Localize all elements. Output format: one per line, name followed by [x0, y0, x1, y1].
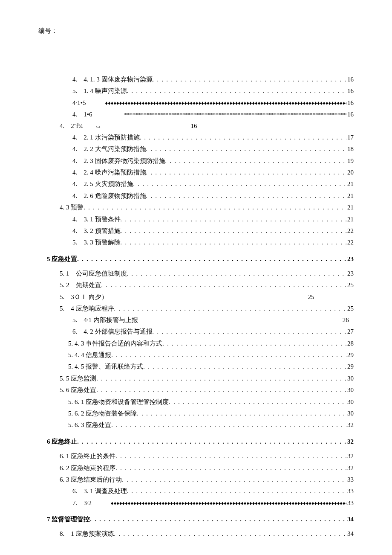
toc-entry: 4. 2. 2 大气污染预防措施18	[38, 144, 354, 154]
toc-page-number: 34	[346, 529, 354, 539]
toc-entry: 5. 4. 5 报警、通讯联络方式 29	[38, 361, 354, 372]
toc-entry: 4. 4. 1. 3 固体废弃物污染源 16	[38, 74, 354, 84]
toc-entry-label: 8. 1 应急预案演练	[60, 529, 114, 539]
toc-page-number: 16	[346, 109, 354, 119]
toc-entry: 4. 2. 3 固体废弃物污染预防措施19	[38, 156, 354, 166]
toc-page-number: 18	[346, 144, 354, 154]
toc-entry-label: 5. 4. 5 报警、通讯联络方式	[68, 361, 143, 372]
toc-entry-label: 5. 4 应急响应程序	[60, 303, 114, 314]
toc-leader	[146, 145, 347, 154]
toc-entry: 7. 3·2 33	[38, 498, 354, 508]
toc-page-number: 33	[346, 474, 354, 485]
toc-entry-label: 7 监督管理管控	[47, 514, 90, 524]
toc-entry: 4. 2. 6 危险废物预防措施21	[38, 191, 354, 201]
toc-entry: 7 监督管理管控34	[38, 514, 354, 524]
toc-leader	[137, 409, 346, 418]
toc-leader	[101, 281, 347, 290]
toc-page-number: 32	[346, 451, 354, 461]
toc-page-number: 16	[191, 121, 197, 131]
toc-entry: 5. 5 应急监测30	[38, 373, 354, 384]
toc-leader	[111, 351, 346, 360]
toc-leader	[108, 293, 308, 302]
toc-entry-label: 5. 3ＯＩ 向夕）	[60, 292, 108, 302]
toc-entry-label: 5. 2 先期处置	[60, 280, 101, 290]
toc-entry: 4·1•5 16	[38, 98, 354, 108]
toc-entry: 4. 2. 4 噪声污染预防措施20	[38, 167, 354, 177]
toc-entry-label: 5. 5 应急监测	[60, 373, 96, 384]
toc-leader	[133, 180, 347, 189]
toc-leader	[101, 122, 191, 131]
toc-page-number: 34	[346, 514, 354, 524]
toc-leader	[143, 362, 346, 372]
toc-entry-label: 4. 3 预警	[60, 202, 84, 212]
toc-entry: 5. 1 公司应急值班制度 23	[38, 268, 354, 279]
document-number-label: 编号：	[38, 26, 354, 36]
toc-entry: 5. 4 应急响应程序25	[38, 303, 354, 314]
toc-entry: 6 应急终止32	[38, 436, 354, 447]
toc-entry-label: 5. 6 应急处置	[60, 385, 96, 395]
toc-entry-label: 5 应急处置	[47, 254, 77, 264]
toc-entry: 4. 3. 2 预警措施22	[38, 226, 354, 236]
toc-leader	[138, 316, 343, 325]
toc-entry-label: 4. 3. 2 预警措施	[72, 226, 121, 236]
toc-entry: 5. 4. 3 事件报告合适的内容和方式28	[38, 338, 354, 349]
toc-entry: 6. 3. 1 调查及处理 33	[38, 486, 354, 496]
toc-page-number: 32	[346, 420, 354, 430]
toc-entry-label: 7. 3·2	[72, 498, 111, 508]
toc-page-number: 25	[346, 280, 354, 290]
toc-page-number: 23	[346, 254, 354, 264]
toc-page-number: 29	[346, 361, 354, 372]
toc-entry: 6. 1 应急终止的条件32	[38, 451, 354, 461]
toc-entry-label: 6. 1 应急终止的条件	[60, 451, 115, 461]
toc-page-number: 16	[346, 98, 354, 108]
toc-entry-label: 4. 2. 5 火灾预防措施	[72, 179, 133, 189]
toc-page-number: 33	[346, 486, 354, 496]
toc-leader	[124, 110, 346, 119]
toc-page-number: 30	[346, 408, 354, 418]
toc-leader	[115, 452, 346, 461]
toc-leader	[115, 464, 346, 473]
toc-page-number: 21	[346, 214, 354, 224]
toc-entry: 5 应急处置23	[38, 254, 354, 264]
toc-page-number: 25	[346, 303, 354, 314]
toc-entry-label: 6. 3 应急结束后的行动	[60, 474, 122, 485]
toc-leader	[162, 339, 346, 349]
toc-page-number: 16	[346, 74, 354, 84]
toc-entry-label: 4. 2ˆf¾	[60, 121, 96, 131]
toc-entry: 6. 3 应急结束后的行动33	[38, 474, 354, 485]
toc-entry: 8. 1 应急预案演练34	[38, 529, 354, 539]
toc-entry-label: 5. 3. 3 预警解除	[72, 237, 121, 247]
toc-entry: 6. 4. 2 外部信息报告与通报 27	[38, 326, 354, 337]
toc-entry: 4. 3. 1 预警条件21	[38, 214, 354, 224]
toc-entry-label: 4. 1•6	[72, 109, 124, 119]
toc-entry-label: 5. 4. 4 信息通报	[68, 350, 111, 360]
toc-entry: 4. 3 预警21	[38, 202, 354, 212]
toc-entry-label: 5. 6. 1 应急物资和设备管理管控制度	[68, 397, 169, 407]
toc-entry-label: 5. 6. 3 应急处置	[68, 420, 111, 430]
toc-entry-label: 4. 2. 2 大气污染预防措施	[72, 144, 146, 154]
toc-entry-label: 4. 3. 1 预警条件	[72, 214, 121, 224]
toc-leader	[127, 269, 347, 279]
toc-page-number: 29	[346, 350, 354, 360]
toc-page-number: 30	[346, 373, 354, 384]
toc-entry-label: 4·1•5	[72, 98, 105, 108]
toc-page-number: 27	[346, 326, 354, 337]
toc-page-number: 30	[346, 397, 354, 407]
toc-leader	[146, 192, 347, 201]
toc-entry-label: 5. 6. 2 应急物资装备保障	[68, 408, 137, 418]
toc-entry-label: 5. 4·1 内部接警与上报	[72, 315, 138, 325]
toc-page-number: 33	[346, 498, 354, 508]
toc-entry: 6. 2 应急结束的程序32	[38, 463, 354, 473]
toc-entry-label: 4. 4. 1. 3 固体废弃物污染源	[72, 74, 153, 84]
toc-page-number: 19	[346, 156, 354, 166]
toc-leader	[114, 304, 347, 314]
toc-entry: 5. 4. 4 信息通报29	[38, 350, 354, 360]
toc-leader	[127, 487, 347, 496]
toc-page-number: 22	[346, 226, 354, 236]
toc-entry-label: 5. 1. 4 噪声污染源	[72, 86, 127, 96]
toc-leader	[77, 437, 346, 447]
toc-entry-label: 5. 4. 3 事件报告合适的内容和方式	[68, 338, 162, 349]
toc-entry-label: 4. 2. 1 水污染预防措施	[72, 132, 140, 142]
toc-page-number: 23	[346, 268, 354, 279]
toc-entry-label: 4. 2. 6 危险废物预防措施	[72, 191, 146, 201]
